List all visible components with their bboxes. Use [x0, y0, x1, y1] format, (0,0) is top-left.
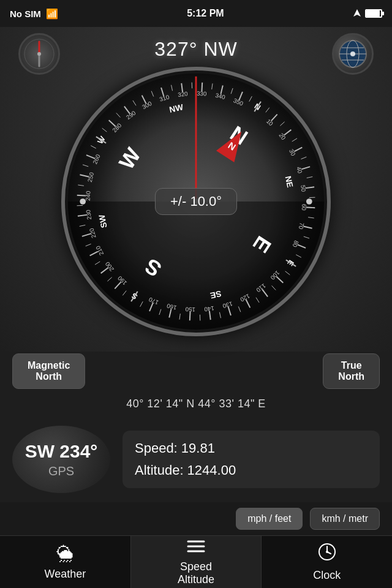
- compass-dial: N 10 20 30 40 50 60 70 80: [61, 67, 331, 336]
- svg-point-133: [306, 198, 312, 205]
- svg-point-4: [37, 52, 41, 56]
- svg-marker-0: [353, 9, 361, 17]
- tab-weather[interactable]: 🌦 Weather: [0, 536, 131, 588]
- tab-weather-label: Weather: [44, 568, 86, 581]
- heading-display: 327° NW: [154, 38, 237, 61]
- true-north-button[interactable]: True North: [323, 353, 380, 389]
- status-bar: No SIM 📶 5:12 PM: [0, 0, 392, 27]
- control-buttons: Magnetic North True North: [0, 352, 392, 391]
- navigation-icon: [353, 9, 361, 19]
- carrier-label: No SIM: [10, 9, 41, 19]
- tab-speed-altitude-label: Speed Altitude: [178, 560, 214, 586]
- tab-clock-label: Clock: [313, 569, 341, 582]
- svg-point-132: [80, 198, 86, 205]
- globe-icon[interactable]: [332, 33, 374, 75]
- unit-buttons: mph / feet kmh / metr: [0, 502, 392, 535]
- gps-label: GPS: [48, 464, 74, 478]
- info-section: SW 234° GPS Speed: 19.81 Altitude: 1244.…: [0, 417, 392, 502]
- speed-display: Speed: 19.81: [135, 440, 368, 456]
- speed-icon: [187, 538, 205, 557]
- svg-line-106: [77, 195, 86, 196]
- mini-compass: [18, 33, 60, 75]
- magnetic-north-button[interactable]: Magnetic North: [12, 353, 85, 389]
- svg-point-140: [326, 551, 328, 553]
- svg-line-88: [190, 312, 190, 321]
- tab-bar: 🌦 Weather Speed Altitude Clock: [0, 535, 392, 588]
- coordinates-display: 40° 12' 14" N 44° 33' 14" E: [0, 391, 392, 417]
- svg-line-70: [306, 207, 315, 208]
- svg-line-124: [202, 83, 202, 92]
- speed-altitude-panel: Speed: 19.81 Altitude: 1244.00: [123, 431, 380, 488]
- tab-clock[interactable]: Clock: [262, 536, 392, 588]
- svg-point-10: [350, 51, 355, 56]
- status-right: [353, 9, 382, 19]
- calibration-box: +/- 10.0°: [155, 188, 237, 215]
- battery-icon: [365, 9, 382, 18]
- clock-icon: [318, 543, 336, 565]
- direction-label: SW 234°: [25, 441, 98, 462]
- time-display: 5:12 PM: [187, 8, 224, 19]
- weather-icon: 🌦: [56, 544, 74, 564]
- wifi-icon: 📶: [46, 8, 58, 20]
- direction-circle: SW 234° GPS: [12, 426, 110, 493]
- tab-speed-altitude[interactable]: Speed Altitude: [131, 536, 262, 588]
- metric-unit-button[interactable]: kmh / metr: [310, 508, 380, 530]
- altitude-display: Altitude: 1244.00: [135, 462, 368, 478]
- status-left: No SIM 📶: [10, 8, 58, 20]
- imperial-unit-button[interactable]: mph / feet: [236, 508, 303, 530]
- compass-area: 327° NW: [0, 27, 392, 352]
